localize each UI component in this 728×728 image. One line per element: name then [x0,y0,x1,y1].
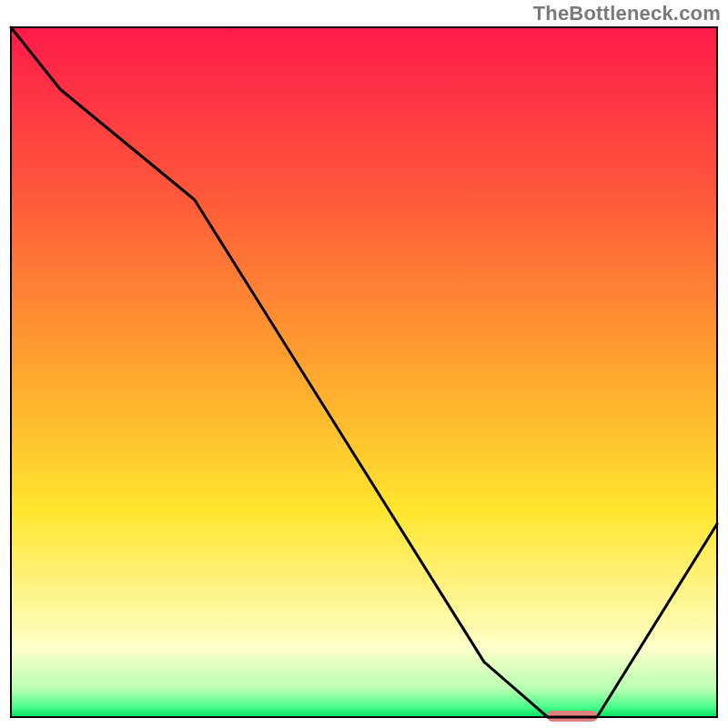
chart-plot [0,0,728,728]
watermark-text: TheBottleneck.com [533,2,721,25]
plot-background [11,27,717,717]
chart-root: TheBottleneck.com [0,0,728,728]
